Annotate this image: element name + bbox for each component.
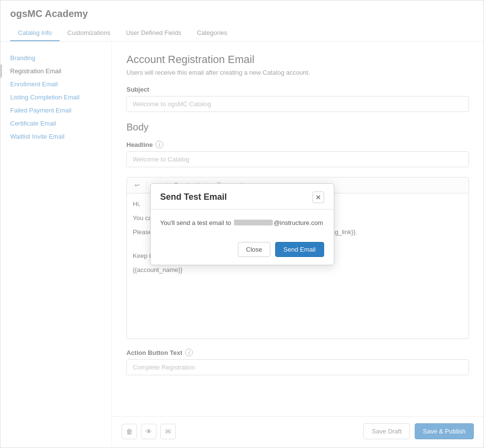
modal-body: You'll send a test email to @instructure…	[151, 209, 334, 236]
modal-header: Send Test Email ✕	[151, 184, 334, 209]
modal-title: Send Test Email	[160, 192, 227, 202]
send-test-email-modal: Send Test Email ✕ You'll send a test ema…	[150, 183, 334, 265]
modal-overlay: Send Test Email ✕ You'll send a test ema…	[0, 0, 484, 448]
modal-email-text: You'll send a test email to @instructure…	[160, 219, 324, 226]
email-redacted-username	[234, 220, 273, 225]
modal-send-email-button[interactable]: Send Email	[275, 242, 324, 257]
modal-close-x-button[interactable]: ✕	[312, 192, 324, 203]
close-icon: ✕	[315, 193, 321, 201]
modal-close-button[interactable]: Close	[238, 242, 270, 257]
modal-footer: Close Send Email	[151, 236, 334, 265]
modal-body-prefix: You'll send a test email to	[160, 219, 232, 226]
app-container: ogsMC Academy Catalog Info Customization…	[0, 0, 484, 448]
modal-email-domain: @instructure.com	[274, 219, 323, 226]
